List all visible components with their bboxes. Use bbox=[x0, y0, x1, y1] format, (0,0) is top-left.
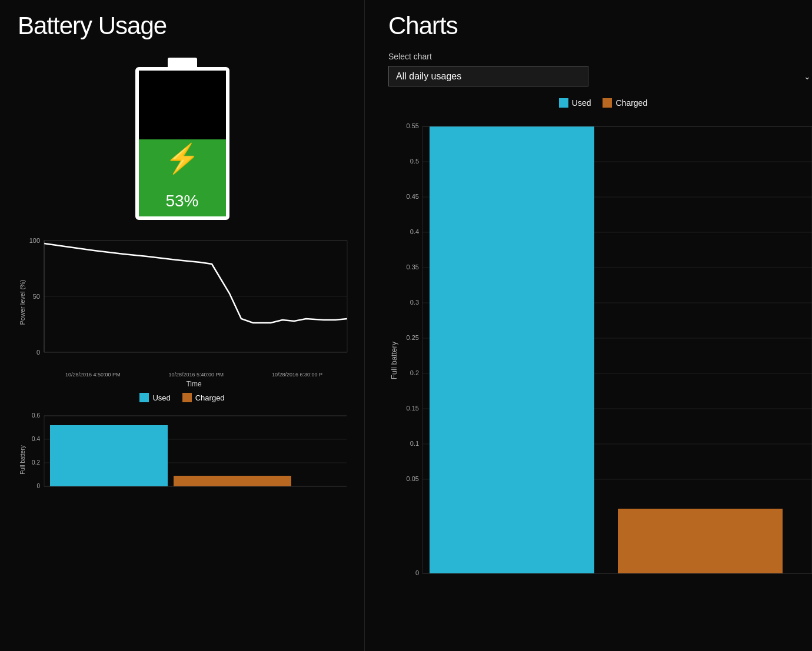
big-legend-charged-label: Charged bbox=[615, 98, 647, 108]
legend-small: Used Charged bbox=[18, 393, 347, 402]
left-panel: Battery Usage ⚡ 53% 100 50 0 Power level… bbox=[0, 0, 365, 651]
line-chart-container: 100 50 0 Power level (%) bbox=[18, 232, 347, 363]
select-label: Select chart bbox=[388, 52, 812, 61]
svg-text:0.55: 0.55 bbox=[407, 122, 419, 129]
battery-percent: 53% bbox=[139, 192, 226, 211]
svg-text:0.35: 0.35 bbox=[407, 263, 419, 271]
x-label-3: 10/28/2016 6:30:00 P bbox=[272, 372, 322, 378]
battery-wrapper: ⚡ 53% bbox=[135, 58, 229, 220]
x-label-2: 10/28/2016 5:40:00 PM bbox=[168, 372, 224, 378]
battery-body: ⚡ 53% bbox=[135, 67, 229, 220]
svg-text:0.3: 0.3 bbox=[410, 299, 419, 306]
left-title: Battery Usage bbox=[18, 12, 347, 40]
legend-used-label: Used bbox=[152, 393, 170, 402]
svg-text:Power level (%): Power level (%) bbox=[19, 279, 26, 325]
svg-text:0.05: 0.05 bbox=[407, 475, 419, 482]
svg-text:0.45: 0.45 bbox=[407, 193, 419, 200]
svg-text:Full battery: Full battery bbox=[19, 445, 26, 474]
big-legend-charged-box bbox=[603, 98, 612, 108]
legend-charged-box bbox=[182, 393, 192, 402]
svg-text:0.2: 0.2 bbox=[410, 369, 419, 376]
svg-text:0.5: 0.5 bbox=[410, 158, 419, 165]
svg-text:0.6: 0.6 bbox=[32, 412, 40, 419]
chart-select[interactable]: All daily usages Today Last 7 days Last … bbox=[388, 66, 588, 86]
big-legend-used-label: Used bbox=[572, 98, 591, 108]
big-bar-chart-area: Full battery 0.55 0.5 0.45 0.4 0.35 0.3 … bbox=[388, 113, 812, 639]
big-bar-chart-svg: Full battery 0.55 0.5 0.45 0.4 0.35 0.3 … bbox=[388, 113, 812, 596]
big-bar-charged bbox=[618, 509, 783, 573]
small-bar-chart-svg: Full battery 0.6 0.4 0.2 0 bbox=[18, 407, 347, 501]
svg-text:0: 0 bbox=[36, 349, 40, 356]
big-legend: Used Charged bbox=[388, 98, 812, 108]
svg-text:100: 100 bbox=[29, 237, 40, 244]
small-bar-charged bbox=[174, 476, 291, 486]
big-legend-charged-item: Charged bbox=[603, 98, 647, 108]
right-panel: Charts Select chart All daily usages Tod… bbox=[365, 0, 812, 651]
small-bar-used bbox=[50, 425, 168, 486]
svg-text:0.15: 0.15 bbox=[407, 405, 419, 412]
battery-terminal bbox=[168, 58, 197, 67]
legend-charged-item: Charged bbox=[182, 393, 225, 402]
svg-text:0: 0 bbox=[415, 569, 419, 576]
svg-text:0.25: 0.25 bbox=[407, 334, 419, 341]
x-axis-labels: 10/28/2016 4:50:00 PM 10/28/2016 5:40:00… bbox=[41, 372, 347, 378]
legend-used-box bbox=[139, 393, 149, 402]
lightning-icon: ⚡ bbox=[165, 145, 200, 173]
svg-text:0: 0 bbox=[36, 483, 40, 489]
svg-text:50: 50 bbox=[33, 293, 40, 300]
battery-container: ⚡ 53% bbox=[18, 58, 347, 220]
svg-text:0.1: 0.1 bbox=[410, 440, 419, 447]
small-bar-chart-wrapper: Full battery 0.6 0.4 0.2 0 bbox=[18, 407, 347, 639]
big-legend-used-box bbox=[559, 98, 568, 108]
right-title: Charts bbox=[388, 12, 812, 40]
legend-used-item: Used bbox=[139, 393, 170, 402]
x-label-1: 10/28/2016 4:50:00 PM bbox=[65, 372, 121, 378]
chevron-down-icon: ⌄ bbox=[804, 72, 811, 81]
svg-text:0.2: 0.2 bbox=[32, 459, 40, 466]
svg-text:0.4: 0.4 bbox=[32, 436, 40, 442]
svg-text:0.4: 0.4 bbox=[410, 228, 419, 235]
big-bar-used bbox=[430, 126, 594, 573]
big-legend-used-item: Used bbox=[559, 98, 591, 108]
svg-text:Full battery: Full battery bbox=[390, 341, 398, 379]
line-chart-svg: 100 50 0 Power level (%) bbox=[18, 232, 353, 361]
select-wrapper: All daily usages Today Last 7 days Last … bbox=[388, 66, 812, 86]
x-axis-title: Time bbox=[41, 380, 347, 388]
legend-charged-label: Charged bbox=[195, 393, 225, 402]
